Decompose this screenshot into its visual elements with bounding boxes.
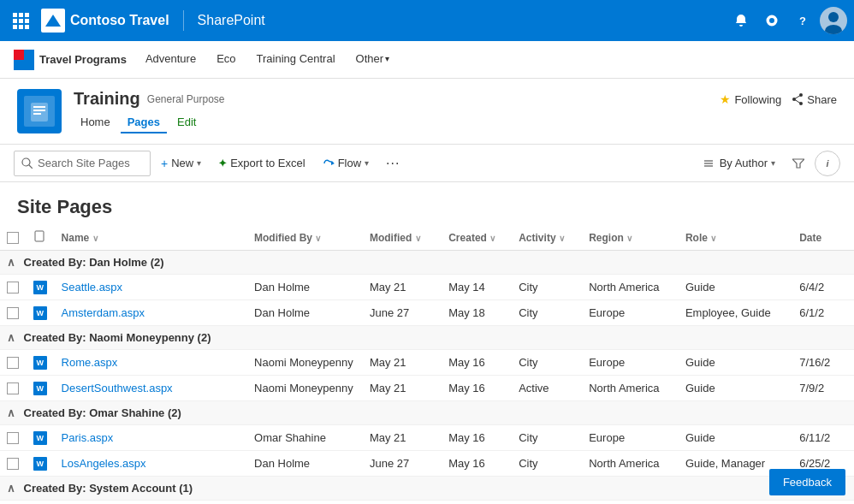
site-tabs: Home Pages Edit xyxy=(74,112,225,133)
row-modifiedby-cell: Naomi Moneypenny xyxy=(247,350,363,376)
collapse-icon[interactable]: ∧ xyxy=(7,406,15,419)
row-region-cell: Europe xyxy=(582,350,679,376)
settings-icon-btn[interactable] xyxy=(758,7,786,34)
nav-link-adventure[interactable]: Adventure xyxy=(137,41,205,79)
info-button[interactable]: i xyxy=(815,151,840,176)
col-role-header[interactable]: Role ∨ xyxy=(679,225,792,251)
bell-icon-btn[interactable] xyxy=(727,7,755,34)
col-created-header[interactable]: Created ∨ xyxy=(442,225,512,251)
col-activity-header[interactable]: Activity ∨ xyxy=(512,225,582,251)
row-date-cell: 7/9/2 xyxy=(792,376,854,401)
filter-button[interactable] xyxy=(786,151,811,176)
feedback-button[interactable]: Feedback xyxy=(769,469,845,495)
table-row: W DesertSouthwest.aspx Naomi Moneypenny … xyxy=(0,376,854,401)
row-created-cell: May 18 xyxy=(442,300,512,326)
site-nav-title[interactable]: Travel Programs xyxy=(39,53,127,66)
file-icon: W xyxy=(33,431,47,445)
star-icon: ★ xyxy=(720,92,731,106)
svg-rect-23 xyxy=(35,231,44,241)
tab-edit[interactable]: Edit xyxy=(170,112,203,133)
by-author-button[interactable]: By Author ▾ xyxy=(697,151,782,176)
row-checkbox[interactable] xyxy=(7,458,19,470)
toolbar-right: By Author ▾ i xyxy=(697,151,840,176)
select-all-checkbox[interactable] xyxy=(7,232,19,244)
svg-rect-9 xyxy=(33,110,45,111)
collapse-icon[interactable]: ∧ xyxy=(7,331,15,344)
role-sort-icon: ∨ xyxy=(710,234,716,243)
row-activity-cell: Active xyxy=(512,376,582,401)
collapse-icon[interactable]: ∧ xyxy=(7,482,15,495)
row-checkbox[interactable] xyxy=(7,282,19,294)
top-nav-right: ? xyxy=(727,7,847,34)
waffle-menu[interactable] xyxy=(7,7,34,34)
following-button[interactable]: ★ Following xyxy=(720,92,781,106)
group-header-cell[interactable]: ∧ Created By: System Account (1) xyxy=(0,477,854,501)
new-button[interactable]: New ▾ xyxy=(154,151,208,176)
more-button[interactable]: ··· xyxy=(379,151,406,176)
group-header-cell[interactable]: ∧ Created By: Dan Holme (2) xyxy=(0,251,854,275)
page-content: Site Pages Name ∨ Modified By ∨ xyxy=(0,182,854,504)
table-row: W Amsterdam.aspx Dan Holme June 27 May 1… xyxy=(0,300,854,326)
row-checkbox[interactable] xyxy=(7,432,19,444)
table-body: ∧ Created By: Dan Holme (2) W Seattle.as… xyxy=(0,251,854,501)
site-icon-inner xyxy=(24,96,55,127)
row-icon-cell: W xyxy=(27,300,55,326)
col-region-header[interactable]: Region ∨ xyxy=(582,225,679,251)
file-link[interactable]: Seattle.aspx xyxy=(62,281,123,294)
search-box[interactable]: Search Site Pages xyxy=(14,151,151,176)
svg-point-1 xyxy=(828,12,839,22)
plus-icon xyxy=(161,157,168,170)
row-created-cell: May 16 xyxy=(442,425,512,451)
file-icon: W xyxy=(33,281,47,294)
modifiedby-sort-icon: ∨ xyxy=(315,234,321,243)
tab-pages[interactable]: Pages xyxy=(121,112,167,133)
file-icon: W xyxy=(33,356,47,370)
tab-home[interactable]: Home xyxy=(74,112,117,133)
row-checkbox[interactable] xyxy=(7,357,19,369)
group-header-cell[interactable]: ∧ Created By: Omar Shahine (2) xyxy=(0,401,854,425)
row-checkbox-cell xyxy=(0,425,27,451)
row-modifiedby-cell: Dan Holme xyxy=(247,275,363,300)
svg-text:?: ? xyxy=(799,15,806,27)
col-modifiedby-header[interactable]: Modified By ∨ xyxy=(247,225,363,251)
following-label: Following xyxy=(734,93,781,106)
share-button[interactable]: Share xyxy=(792,93,837,106)
row-modified-cell: May 21 xyxy=(363,376,442,401)
nav-link-training[interactable]: Training Central xyxy=(248,41,344,79)
nav-link-eco[interactable]: Eco xyxy=(208,41,244,79)
row-modified-cell: May 21 xyxy=(363,350,442,376)
svg-rect-8 xyxy=(33,106,45,108)
row-created-cell: May 14 xyxy=(442,275,512,300)
flow-button[interactable]: Flow ▾ xyxy=(316,151,376,176)
row-activity-cell: City xyxy=(512,275,582,300)
file-link[interactable]: Amsterdam.aspx xyxy=(62,306,145,319)
help-icon-btn[interactable]: ? xyxy=(789,7,816,34)
col-modified-header[interactable]: Modified ∨ xyxy=(363,225,442,251)
file-link[interactable]: Paris.aspx xyxy=(62,431,114,444)
file-link[interactable]: LosAngeles.aspx xyxy=(62,457,146,470)
row-checkbox[interactable] xyxy=(7,382,19,394)
col-date-header[interactable]: Date xyxy=(792,225,854,251)
info-icon: i xyxy=(826,158,828,169)
site-type: General Purpose xyxy=(147,93,225,105)
collapse-icon[interactable]: ∧ xyxy=(7,256,15,269)
share-label: Share xyxy=(807,93,837,106)
site-name: Training xyxy=(74,89,140,109)
activity-sort-icon: ∨ xyxy=(559,234,565,243)
export-button[interactable]: ✦ Export to Excel xyxy=(211,151,311,176)
flow-icon xyxy=(323,157,335,169)
row-checkbox[interactable] xyxy=(7,307,19,319)
table-row: W Seattle.aspx Dan Holme May 21 May 14 C… xyxy=(0,275,854,300)
file-link[interactable]: Rome.aspx xyxy=(62,356,118,369)
row-activity-cell: City xyxy=(512,425,582,451)
row-modified-cell: June 27 xyxy=(363,300,442,326)
group-header-cell[interactable]: ∧ Created By: Naomi Moneypenny (2) xyxy=(0,326,854,350)
site-pages-title: Site Pages xyxy=(0,182,854,225)
user-avatar[interactable] xyxy=(820,7,847,34)
col-name-header[interactable]: Name ∨ xyxy=(55,225,248,251)
chevron-down-icon: ▾ xyxy=(197,158,201,168)
row-modified-cell: May 21 xyxy=(363,425,442,451)
file-link[interactable]: DesertSouthwest.aspx xyxy=(62,382,173,394)
row-name-cell: Paris.aspx xyxy=(55,425,248,451)
nav-link-other[interactable]: Other ▾ xyxy=(347,41,399,79)
